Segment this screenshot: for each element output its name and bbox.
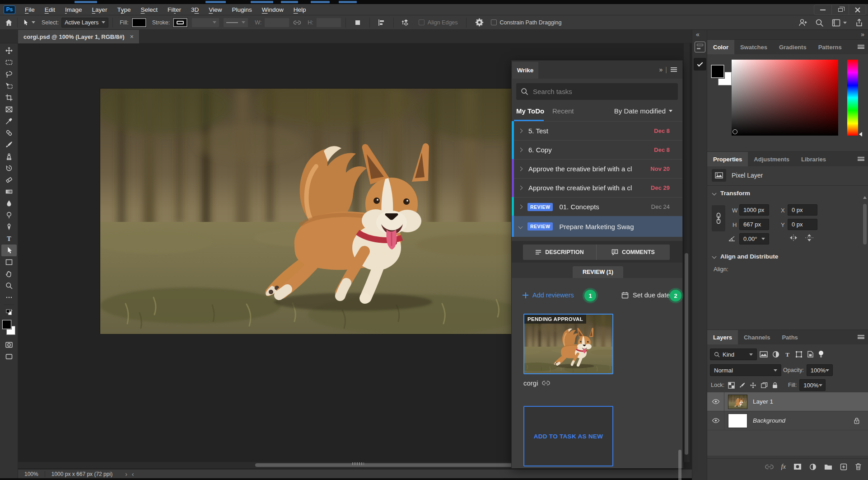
set-due-date-button[interactable]: Set due date — [621, 292, 670, 299]
pixel-layers-filter-icon[interactable] — [760, 351, 768, 358]
stroke-type-dropdown[interactable] — [223, 18, 248, 28]
foreground-background-swatches[interactable] — [711, 65, 733, 86]
shape-width-field[interactable] — [264, 18, 289, 28]
constrain-path-checkbox[interactable]: Constrain Path Dragging — [491, 19, 562, 26]
tool-rectangular-marquee[interactable] — [1, 56, 17, 68]
tool-object-selection[interactable] — [1, 80, 17, 92]
new-layer-icon[interactable] — [840, 463, 847, 471]
layer-thumbnail[interactable] — [728, 395, 747, 409]
tool-lasso[interactable] — [1, 68, 17, 80]
tool-rectangle[interactable] — [1, 256, 17, 268]
height-field[interactable]: 667 px — [739, 219, 769, 230]
saturation-brightness-field[interactable] — [732, 60, 838, 136]
tab-patterns[interactable]: Patterns — [812, 40, 848, 54]
new-group-icon[interactable] — [824, 463, 832, 470]
layer-mask-icon[interactable] — [793, 463, 802, 470]
foreground-background-swatches[interactable] — [1, 320, 17, 336]
hue-slider[interactable] — [847, 60, 858, 136]
smart-objects-filter-icon[interactable] — [807, 351, 814, 358]
close-button[interactable] — [849, 5, 866, 14]
document-tab[interactable]: corgi.psd @ 100% (Layer 1, RGB/8#) × — [18, 30, 140, 43]
y-field[interactable]: 0 px — [788, 219, 817, 230]
menu-file[interactable]: File — [20, 4, 40, 15]
tool-blur[interactable] — [1, 198, 17, 209]
rotation-field[interactable]: 0.00° — [739, 233, 769, 245]
tool-hand[interactable] — [1, 268, 17, 280]
lock-transparent-icon[interactable] — [728, 382, 735, 389]
tool-path-selection[interactable] — [1, 245, 17, 256]
align-section-header[interactable]: Align and Distribute — [713, 253, 778, 260]
shape-layers-filter-icon[interactable] — [795, 351, 803, 358]
panel-menu-icon[interactable] — [858, 335, 864, 339]
tool-gradient[interactable] — [1, 186, 17, 198]
path-alignment-icon[interactable] — [378, 19, 386, 27]
tool-crop[interactable] — [1, 92, 17, 104]
opacity-field[interactable]: 100% — [807, 364, 833, 376]
tool-move[interactable] — [1, 45, 17, 56]
task-search-box[interactable] — [516, 83, 678, 100]
fill-field[interactable]: 100% — [799, 379, 826, 391]
tab-paths[interactable]: Paths — [776, 330, 803, 344]
tab-color[interactable]: Color — [707, 40, 734, 54]
tool-eyedropper[interactable] — [1, 115, 17, 127]
shape-height-field[interactable] — [316, 18, 341, 28]
workspace-switcher[interactable] — [832, 19, 847, 27]
fill-swatch[interactable] — [131, 18, 147, 28]
quick-mask-button[interactable] — [1, 339, 17, 351]
menu-image[interactable]: Image — [60, 4, 87, 15]
task-row-selected[interactable]: REVIEW Prepare Marketing Swag — [512, 216, 682, 237]
layer-thumbnail[interactable] — [728, 414, 747, 428]
tool-zoom[interactable] — [1, 280, 17, 292]
menu-3d[interactable]: 3D — [186, 4, 204, 15]
collapse-chevron-icon[interactable] — [518, 224, 523, 229]
expand-chevron-icon[interactable] — [518, 148, 523, 152]
expand-chevron-icon[interactable] — [518, 129, 523, 133]
tool-frame[interactable] — [1, 104, 17, 115]
layer-name[interactable]: Background — [753, 417, 785, 424]
pending-approval-thumbnail[interactable]: PENDING APPROVAL — [523, 314, 613, 374]
width-field[interactable]: 1000 px — [739, 204, 769, 216]
commit-check-icon[interactable] — [694, 58, 706, 71]
kind-filter-dropdown[interactable]: Kind — [710, 348, 757, 360]
lock-artboard-icon[interactable] — [761, 382, 768, 389]
search-tasks-input[interactable] — [533, 88, 664, 95]
visibility-toggle[interactable] — [707, 411, 724, 430]
tab-my-todo[interactable]: My ToDo — [516, 107, 544, 115]
layer-styles-icon[interactable]: fx — [781, 463, 786, 471]
add-reviewers-button[interactable]: Add reviewers — [523, 292, 574, 299]
lock-all-icon[interactable] — [772, 382, 778, 389]
flip-horizontal-icon[interactable] — [789, 234, 798, 241]
share-icon[interactable] — [855, 19, 863, 27]
menu-view[interactable]: View — [204, 4, 227, 15]
task-row[interactable]: Approve the creative brief with a cl...N… — [512, 159, 682, 178]
review-section-tab[interactable]: REVIEW (1) — [573, 266, 623, 278]
stroke-width-dropdown[interactable] — [191, 18, 219, 28]
tool-type[interactable]: T — [1, 233, 17, 245]
expand-chevron-icon[interactable] — [518, 205, 523, 209]
transform-section-header[interactable]: Transform — [713, 190, 750, 197]
align-edges-checkbox[interactable]: Align Edges — [419, 19, 458, 26]
menu-filter[interactable]: Filter — [163, 4, 186, 15]
edit-toolbar-ellipsis[interactable] — [1, 292, 17, 303]
link-dimensions-icon[interactable] — [293, 19, 301, 26]
filter-toggle-icon[interactable] — [818, 350, 824, 358]
task-row[interactable]: REVIEW 01. ConceptsDec 24 — [512, 197, 682, 216]
description-button[interactable]: DESCRIPTION — [523, 245, 596, 260]
tool-history-brush[interactable] — [1, 162, 17, 174]
path-operations-icon[interactable] — [354, 19, 362, 27]
select-mode-dropdown[interactable]: Active Layers — [61, 18, 108, 28]
canvas-vertical-scrollbar[interactable] — [684, 43, 690, 462]
tool-brush[interactable] — [1, 139, 17, 151]
adjustment-layer-icon[interactable] — [809, 463, 817, 471]
status-next-icon[interactable]: › — [125, 471, 127, 478]
tab-gradients[interactable]: Gradients — [773, 40, 812, 54]
wrike-panel-tab[interactable]: Wrike — [512, 62, 538, 79]
minimize-button[interactable] — [814, 5, 831, 14]
zoom-level[interactable]: 100% — [24, 471, 38, 477]
tool-pen[interactable] — [1, 221, 17, 233]
sort-dropdown[interactable]: By Date modified — [614, 107, 672, 115]
link-layers-icon[interactable] — [765, 464, 774, 470]
blend-mode-dropdown[interactable]: Normal — [710, 364, 781, 376]
layer-name[interactable]: Layer 1 — [753, 398, 773, 405]
expand-chevron-icon[interactable] — [518, 167, 523, 171]
